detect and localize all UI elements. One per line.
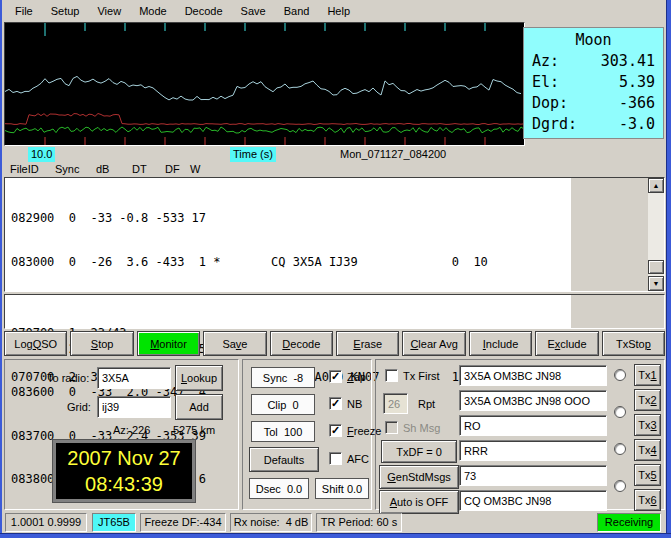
stop-button[interactable]: Stop: [70, 331, 133, 356]
menu-help[interactable]: Help: [318, 2, 359, 20]
afc-checkbox[interactable]: [329, 452, 342, 465]
sh-msg-checkbox: [385, 421, 398, 434]
menu-band[interactable]: Band: [275, 2, 319, 20]
header-fileid: FileID: [10, 163, 39, 175]
moon-el-row: El: 5.39: [524, 72, 663, 93]
status-calibration: 1.0001 0.9999: [5, 513, 87, 532]
average-text-background: 070700 1 23/43 070700 2 32/56 3X5A HA0H0…: [5, 295, 571, 328]
decode-button[interactable]: Decode: [270, 331, 333, 356]
txstop-button[interactable]: TxStop: [602, 331, 665, 356]
tol-control[interactable]: Tol 100: [251, 421, 315, 442]
tx-first-label: Tx First: [403, 370, 440, 382]
tx3-button[interactable]: Tx3: [634, 414, 661, 436]
sync-control[interactable]: Sync -8: [251, 367, 315, 388]
clear-avg-button[interactable]: Clear Avg: [402, 331, 465, 356]
tx-first-checkbox[interactable]: [385, 369, 398, 382]
scroll-thumb[interactable]: [648, 260, 664, 274]
moon-dgrd-row: Dgrd: -3.0: [524, 114, 663, 135]
scroll-down-icon[interactable]: ▼: [648, 276, 664, 291]
nb-checkbox[interactable]: ✓: [329, 397, 342, 410]
scroll-up-icon[interactable]: ▲: [648, 178, 664, 193]
header-w: W: [190, 163, 200, 175]
sh-msg-label: Sh Msg: [403, 422, 440, 434]
freeze-checkbox[interactable]: ✓: [329, 424, 342, 437]
menu-save[interactable]: Save: [232, 2, 275, 20]
afc-label: AFC: [347, 453, 369, 465]
current-file-label: Mon_071127_084200: [340, 148, 446, 160]
tx3-radio[interactable]: [614, 443, 626, 455]
log-qso-button[interactable]: Log QSO: [4, 331, 67, 356]
moon-az-row: Az: 303.41: [524, 51, 663, 72]
tx2-radio[interactable]: [614, 406, 626, 418]
to-radio-input[interactable]: 3X5A: [97, 367, 171, 389]
clip-control[interactable]: Clip 0: [251, 394, 315, 415]
tx1-button[interactable]: Tx1: [634, 364, 661, 386]
tx4-button[interactable]: Tx4: [634, 439, 661, 461]
distance-value: 5275 km: [173, 424, 215, 436]
window-border-bottom: [0, 533, 671, 538]
monitor-button[interactable]: Monitor: [137, 331, 200, 356]
header-db: dB: [96, 163, 109, 175]
grid-label: Grid:: [67, 401, 91, 413]
moon-title: Moon: [524, 30, 663, 51]
spectral-graph[interactable]: [4, 22, 525, 146]
add-button[interactable]: Add: [175, 394, 223, 420]
tx5-message-input[interactable]: 73: [459, 465, 607, 486]
status-mode-badge: JT65B: [92, 513, 136, 532]
rpt-label: Rpt: [418, 398, 435, 410]
zap-checkbox[interactable]: ✓: [329, 370, 342, 383]
defaults-button[interactable]: Defaults: [249, 447, 319, 472]
utc-clock: 2007 Nov 27 08:43:39: [53, 440, 195, 502]
time-axis-label: Time (s): [230, 147, 276, 162]
status-bar: 1.0001 0.9999 JT65B Freeze DF:-434 Rx no…: [0, 513, 671, 533]
tx1-radio[interactable]: [614, 369, 626, 381]
menu-decode[interactable]: Decode: [176, 2, 232, 20]
erase-button[interactable]: Erase: [336, 331, 399, 356]
graph-traces: [5, 23, 524, 145]
decode-line: 083000 0 -26 3.6 -433 1 * CQ 3X5A IJ39 0…: [11, 255, 571, 270]
tx3-message-input[interactable]: RO: [459, 415, 607, 436]
moon-dop-label: Dop:: [532, 93, 568, 114]
menu-setup[interactable]: Setup: [42, 2, 89, 20]
status-tr-period: TR Period: 60 s: [316, 513, 402, 532]
nb-label: NB: [347, 398, 362, 410]
header-df: DF: [165, 163, 180, 175]
decode-scrollbar[interactable]: ▲ ▼: [648, 178, 664, 291]
auto-button[interactable]: Auto is OFF: [379, 490, 459, 514]
include-button[interactable]: Include: [469, 331, 532, 356]
menu-file[interactable]: File: [6, 2, 42, 20]
azimuth-value: Az: 226: [113, 424, 150, 436]
tx2-button[interactable]: Tx2: [634, 389, 661, 411]
tx4-message-input[interactable]: RRR: [459, 440, 607, 461]
decode-text-pane[interactable]: 082900 0 -33 -0.8 -533 17 083000 0 -26 3…: [4, 177, 665, 292]
average-text-pane[interactable]: 070700 1 23/43 070700 2 32/56 3X5A HA0H0…: [4, 294, 665, 329]
window-border-right: [666, 0, 671, 538]
dsec-control[interactable]: Dsec 0.0: [249, 478, 309, 499]
tx2-message-input[interactable]: 3X5A OM3BC JN98 OOO: [459, 390, 607, 411]
shift-control[interactable]: Shift 0.0: [315, 478, 369, 499]
menu-mode[interactable]: Mode: [130, 2, 176, 20]
station-group: To radio: 3X5A Lookup Grid: ij39 Add Az:…: [4, 359, 239, 510]
gen-std-msgs-button[interactable]: GenStdMsgs: [379, 465, 459, 489]
header-sync: Sync: [55, 163, 79, 175]
window-border-left: [0, 0, 2, 538]
lookup-button[interactable]: Lookup: [175, 365, 223, 391]
tx6-message-input[interactable]: CQ OM3BC JN98: [459, 490, 607, 511]
exclude-button[interactable]: Exclude: [535, 331, 598, 356]
save-button[interactable]: Save: [203, 331, 266, 356]
status-freeze-df: Freeze DF:-434: [140, 513, 226, 532]
decode-text-background: 082900 0 -33 -0.8 -533 17 083000 0 -26 3…: [5, 178, 571, 291]
grid-input[interactable]: ij39: [97, 396, 171, 418]
txdf-button[interactable]: TxDF = 0: [381, 440, 457, 463]
moon-info-panel: Moon Az: 303.41 El: 5.39 Dop: -366 Dgrd:…: [523, 27, 664, 139]
moon-dgrd-value: -3.0: [619, 114, 655, 135]
tx6-button[interactable]: Tx6: [634, 489, 661, 511]
params-group: Sync -8 ✓ Zap Clip 0 ✓ NB Tol 100 ✓ Free…: [242, 359, 372, 510]
tx1-message-input[interactable]: 3X5A OM3BC JN98: [459, 365, 607, 386]
toolbar: Log QSO Stop Monitor Save Decode Erase C…: [4, 331, 665, 356]
menu-view[interactable]: View: [88, 2, 130, 20]
tx4-radio[interactable]: [614, 480, 626, 492]
menu-bar: File Setup View Mode Decode Save Band He…: [2, 0, 666, 21]
rpt-input: 26: [383, 393, 408, 414]
tx5-button[interactable]: Tx5: [634, 464, 661, 486]
